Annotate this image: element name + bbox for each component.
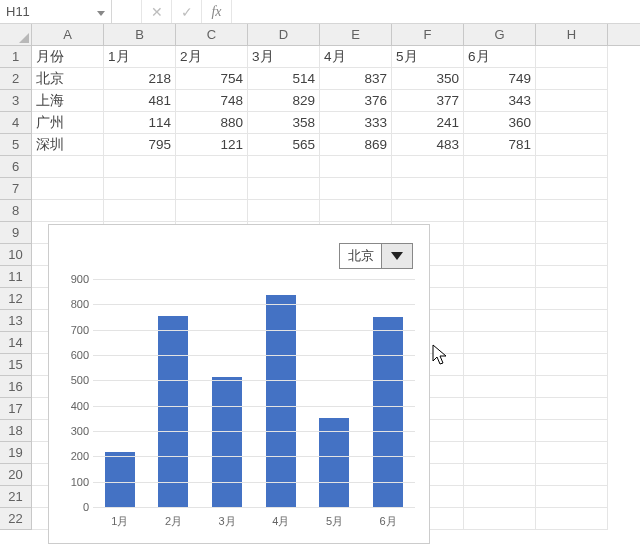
cell[interactable]: 360 <box>464 112 536 134</box>
cell[interactable]: 2月 <box>176 46 248 68</box>
cell[interactable] <box>536 68 608 90</box>
cell[interactable] <box>536 508 608 530</box>
cell[interactable] <box>248 156 320 178</box>
cell[interactable] <box>104 200 176 222</box>
formula-input[interactable] <box>232 0 640 23</box>
column-header[interactable]: C <box>176 24 248 45</box>
cell[interactable]: 749 <box>464 68 536 90</box>
cell[interactable] <box>536 46 608 68</box>
cell[interactable] <box>464 398 536 420</box>
cell[interactable] <box>536 420 608 442</box>
cell[interactable]: 5月 <box>392 46 464 68</box>
cell[interactable]: 北京 <box>32 68 104 90</box>
row-header[interactable]: 16 <box>0 376 32 398</box>
cell[interactable]: 829 <box>248 90 320 112</box>
row-header[interactable]: 20 <box>0 464 32 486</box>
cell[interactable]: 781 <box>464 134 536 156</box>
cell[interactable]: 376 <box>320 90 392 112</box>
cell[interactable] <box>536 112 608 134</box>
cell[interactable]: 343 <box>464 90 536 112</box>
cell[interactable]: 月份 <box>32 46 104 68</box>
cell[interactable]: 3月 <box>248 46 320 68</box>
cell[interactable] <box>320 178 392 200</box>
column-header[interactable]: E <box>320 24 392 45</box>
column-header[interactable]: F <box>392 24 464 45</box>
cell[interactable] <box>176 200 248 222</box>
row-header[interactable]: 6 <box>0 156 32 178</box>
cell[interactable]: 514 <box>248 68 320 90</box>
row-header[interactable]: 5 <box>0 134 32 156</box>
row-header[interactable]: 14 <box>0 332 32 354</box>
cell[interactable] <box>536 376 608 398</box>
row-header[interactable]: 3 <box>0 90 32 112</box>
cell[interactable]: 869 <box>320 134 392 156</box>
cell[interactable] <box>320 200 392 222</box>
cell[interactable] <box>464 156 536 178</box>
cell[interactable]: 上海 <box>32 90 104 112</box>
row-header[interactable]: 21 <box>0 486 32 508</box>
cell[interactable] <box>536 90 608 112</box>
cell[interactable]: 241 <box>392 112 464 134</box>
cell[interactable] <box>32 178 104 200</box>
select-all-corner[interactable] <box>0 24 32 46</box>
cell[interactable]: 481 <box>104 90 176 112</box>
cell[interactable] <box>464 376 536 398</box>
column-header[interactable]: G <box>464 24 536 45</box>
cell[interactable] <box>176 178 248 200</box>
cell[interactable] <box>464 222 536 244</box>
cell[interactable] <box>536 156 608 178</box>
row-header[interactable]: 2 <box>0 68 32 90</box>
row-header[interactable]: 17 <box>0 398 32 420</box>
cell[interactable] <box>536 134 608 156</box>
cell[interactable] <box>536 266 608 288</box>
row-header[interactable]: 7 <box>0 178 32 200</box>
cell[interactable] <box>464 420 536 442</box>
cell[interactable] <box>464 310 536 332</box>
cell[interactable] <box>464 288 536 310</box>
row-header[interactable]: 1 <box>0 46 32 68</box>
dropdown-button[interactable] <box>382 244 412 268</box>
cell[interactable] <box>464 266 536 288</box>
cell[interactable] <box>104 156 176 178</box>
cell[interactable]: 广州 <box>32 112 104 134</box>
cell[interactable] <box>536 244 608 266</box>
cell[interactable] <box>536 222 608 244</box>
cell[interactable] <box>536 332 608 354</box>
cell[interactable] <box>536 200 608 222</box>
cell[interactable]: 358 <box>248 112 320 134</box>
cell[interactable] <box>464 486 536 508</box>
cell[interactable] <box>320 156 392 178</box>
cell[interactable] <box>464 244 536 266</box>
cell[interactable] <box>104 178 176 200</box>
cell[interactable] <box>176 156 248 178</box>
cell[interactable] <box>464 178 536 200</box>
cell[interactable]: 837 <box>320 68 392 90</box>
cell[interactable] <box>464 464 536 486</box>
row-header[interactable]: 18 <box>0 420 32 442</box>
row-header[interactable]: 10 <box>0 244 32 266</box>
row-header[interactable]: 9 <box>0 222 32 244</box>
row-header[interactable]: 11 <box>0 266 32 288</box>
row-header[interactable]: 15 <box>0 354 32 376</box>
cell[interactable] <box>536 288 608 310</box>
cell[interactable] <box>536 354 608 376</box>
column-header[interactable]: D <box>248 24 320 45</box>
cell[interactable]: 377 <box>392 90 464 112</box>
cell[interactable]: 350 <box>392 68 464 90</box>
cell[interactable] <box>536 398 608 420</box>
cell[interactable] <box>248 178 320 200</box>
cell[interactable] <box>536 442 608 464</box>
cell[interactable]: 795 <box>104 134 176 156</box>
cell[interactable]: 深圳 <box>32 134 104 156</box>
column-header[interactable]: H <box>536 24 608 45</box>
cell[interactable] <box>392 178 464 200</box>
cell[interactable] <box>248 200 320 222</box>
insert-function-button[interactable]: fx <box>202 0 232 23</box>
cell[interactable] <box>536 464 608 486</box>
cell[interactable] <box>464 508 536 530</box>
cell[interactable]: 748 <box>176 90 248 112</box>
row-header[interactable]: 12 <box>0 288 32 310</box>
cell[interactable]: 6月 <box>464 46 536 68</box>
cell[interactable]: 333 <box>320 112 392 134</box>
cell[interactable] <box>32 200 104 222</box>
